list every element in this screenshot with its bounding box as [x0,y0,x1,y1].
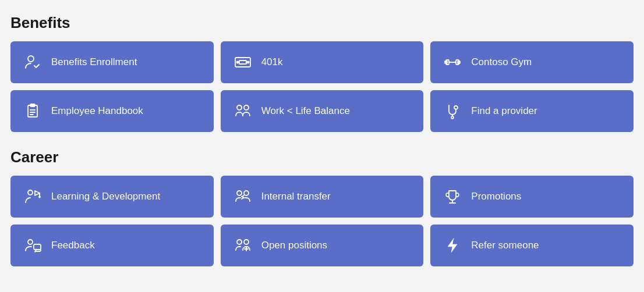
learning-development-button[interactable]: Learning & Development [10,176,214,218]
svg-rect-10 [28,105,37,117]
svg-point-3 [236,62,238,63]
feedback-label: Feedback [51,240,95,251]
dumbbell-icon [442,52,463,73]
svg-point-22 [237,191,242,195]
page-container: Benefits Benefits Enrollment [0,0,644,292]
svg-rect-27 [34,244,41,250]
benefits-enrollment-label: Benefits Enrollment [51,56,137,68]
employee-handbook-button[interactable]: Employee Handbook [10,90,214,132]
people-arrows-icon [232,186,253,207]
open-positions-button[interactable]: Open positions [221,225,424,266]
benefits-enrollment-button[interactable]: Benefits Enrollment [10,41,214,83]
svg-point-19 [452,117,453,118]
people-balance-icon [232,101,253,122]
contoso-gym-label: Contoso Gym [471,56,532,68]
work-life-balance-button[interactable]: Work < Life Balance [221,90,424,132]
career-section: Career Learning & Development [10,148,634,266]
trophy-icon [442,186,463,207]
401k-label: 401k [261,56,283,68]
svg-point-16 [244,105,249,110]
svg-rect-2 [239,60,246,64]
svg-point-28 [237,240,242,244]
benefits-section: Benefits Benefits Enrollment [10,14,634,132]
promotions-button[interactable]: Promotions [430,176,634,218]
svg-point-15 [237,105,242,110]
find-provider-button[interactable]: Find a provider [430,90,634,132]
person-feedback-icon [22,235,43,256]
person-learning-icon [22,186,43,207]
401k-button[interactable]: 401k [221,41,424,83]
svg-point-0 [28,56,34,62]
svg-point-20 [28,190,33,195]
work-life-balance-label: Work < Life Balance [261,105,350,117]
employee-handbook-label: Employee Handbook [51,105,143,117]
refer-someone-label: Refer someone [471,240,539,251]
svg-point-4 [247,62,249,63]
open-positions-label: Open positions [261,240,327,251]
lightning-icon [442,235,463,256]
svg-point-29 [244,240,249,244]
career-title: Career [10,148,634,166]
benefits-title: Benefits [10,14,634,32]
find-provider-label: Find a provider [471,105,537,117]
feedback-button[interactable]: Feedback [10,225,214,266]
internal-transfer-button[interactable]: Internal transfer [221,176,424,218]
benefits-grid: Benefits Enrollment 401k [10,41,634,132]
people-open-icon [232,235,253,256]
refer-someone-button[interactable]: Refer someone [430,225,634,266]
stethoscope-icon [442,101,463,122]
svg-point-17 [454,106,458,109]
contoso-gym-button[interactable]: Contoso Gym [430,41,634,83]
internal-transfer-label: Internal transfer [261,191,331,202]
person-check-icon [22,52,43,73]
svg-point-26 [28,240,33,244]
svg-point-23 [244,191,249,195]
career-grid: Learning & Development Internal transfer [10,176,634,266]
money-icon [232,52,253,73]
svg-point-21 [39,197,40,198]
promotions-label: Promotions [471,191,521,202]
learning-development-label: Learning & Development [51,191,160,202]
svg-marker-32 [448,238,457,252]
clipboard-icon [22,101,43,122]
